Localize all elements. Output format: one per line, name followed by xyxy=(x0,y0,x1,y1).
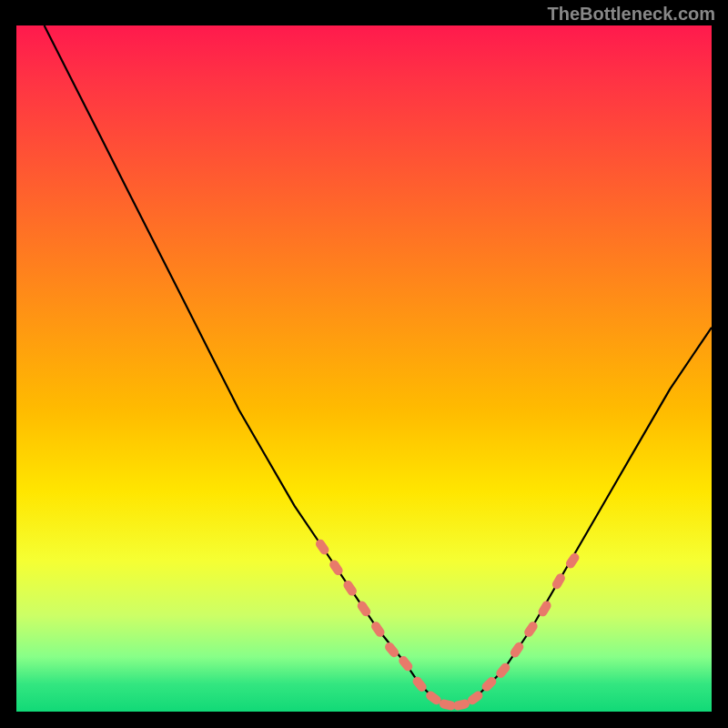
marker-point xyxy=(342,579,359,598)
marker-point xyxy=(314,538,330,557)
bottleneck-curve-line xyxy=(45,25,712,705)
marker-point xyxy=(509,641,525,660)
marker-point xyxy=(383,641,400,659)
marker-point xyxy=(551,571,567,591)
plot-area xyxy=(16,25,712,712)
watermark-text: TheBottleneck.com xyxy=(548,4,715,25)
marker-point xyxy=(356,600,372,619)
marker-point xyxy=(522,620,539,639)
marker-point xyxy=(328,558,344,577)
marker-point xyxy=(452,698,470,711)
chart-svg xyxy=(16,25,712,712)
marker-group xyxy=(314,538,581,712)
